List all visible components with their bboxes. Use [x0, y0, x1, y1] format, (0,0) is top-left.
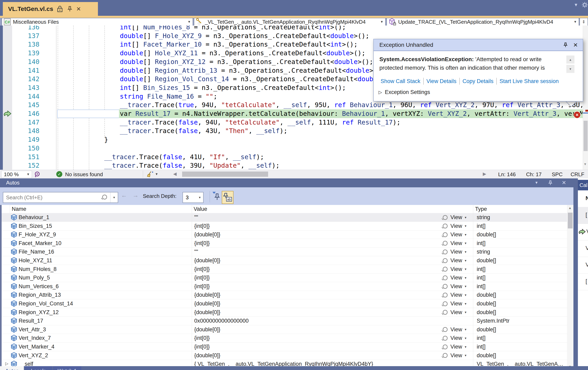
- tab-autos[interactable]: Autos: [0, 366, 24, 370]
- horizontal-scrollbar-thumb[interactable]: [182, 172, 268, 177]
- chevron-down-icon[interactable]: ▼: [464, 354, 467, 357]
- pin-icon[interactable]: [67, 6, 73, 12]
- back-icon[interactable]: ←: [121, 192, 127, 199]
- gear-icon[interactable]: [582, 2, 588, 8]
- autos-row[interactable]: Region_Attrib_13{double[0]}View▼double[]: [2, 291, 567, 299]
- chevron-down-icon[interactable]: ▼: [464, 337, 467, 340]
- view-button[interactable]: View▼: [443, 223, 467, 229]
- call-stack-row[interactable]: [: [578, 207, 588, 224]
- view-button[interactable]: View▼: [443, 266, 467, 272]
- chevron-down-icon[interactable]: ▼: [464, 242, 467, 245]
- scroll-down-icon[interactable]: ▼: [584, 163, 587, 166]
- chevron-down-icon[interactable]: ▼: [464, 233, 467, 236]
- call-stack-row[interactable]: V: [578, 257, 588, 274]
- autos-row[interactable]: Hole_XYZ_11{double[0]}View▼double[]: [2, 256, 567, 265]
- search-input[interactable]: Search (Ctrl+E) ▼: [3, 192, 118, 203]
- tab-locals[interactable]: Locals: [25, 366, 52, 370]
- scrollbar-thumb[interactable]: [584, 121, 588, 151]
- view-button[interactable]: View▼: [443, 344, 467, 350]
- close-icon[interactable]: ✕: [76, 6, 81, 12]
- exception-link[interactable]: View Details: [427, 78, 456, 85]
- view-button[interactable]: View▼: [443, 231, 467, 238]
- column-header-name[interactable]: Name: [12, 206, 26, 212]
- view-button[interactable]: View▼: [443, 292, 467, 298]
- exception-link[interactable]: Show Call Stack: [381, 78, 420, 85]
- chevron-down-icon[interactable]: ▼: [464, 294, 467, 297]
- view-button[interactable]: View▼: [443, 275, 467, 281]
- autos-row[interactable]: Num_FHoles_8{int[0]}View▼int[]: [2, 265, 567, 274]
- call-stack-row[interactable]: V: [578, 240, 588, 257]
- autos-vertical-scrollbar[interactable]: ▲ ▼: [567, 205, 573, 370]
- forward-icon[interactable]: →: [133, 192, 139, 199]
- chevron-down-icon[interactable]: ▼: [464, 285, 467, 288]
- autos-row[interactable]: Region_XYZ_12{double[0]}View▼double[]: [2, 308, 567, 317]
- column-header-value[interactable]: Value: [194, 206, 207, 212]
- autos-row[interactable]: Result_170x0000000000000000System.IntPtr: [2, 316, 567, 325]
- filter-pin-icon[interactable]: [212, 191, 220, 202]
- autos-grid[interactable]: Name Value Type Behaviour_1""View▼string…: [0, 205, 567, 370]
- chevron-down-icon[interactable]: ▼: [464, 259, 467, 262]
- call-stack-panel[interactable]: Cal N[VVV[: [578, 178, 588, 366]
- issues-status[interactable]: No issues found: [65, 171, 103, 178]
- chevron-down-icon[interactable]: ▼: [464, 216, 467, 219]
- type-dropdown[interactable]: ♡ _VL_TetGen_._auto.VL_TetGenApplication…: [194, 18, 386, 26]
- member-dropdown[interactable]: Update_TRACE_(VL_TetGenApplication_RyqIh…: [387, 18, 579, 26]
- chevron-down-icon[interactable]: ▼: [155, 172, 158, 176]
- autos-row[interactable]: F_Hole_XYZ_9{double[0]}View▼double[]: [2, 230, 567, 239]
- autos-row[interactable]: Vert_Index_7{int[0]}View▼int[]: [2, 334, 567, 342]
- view-button[interactable]: View▼: [443, 249, 467, 255]
- view-button[interactable]: View▼: [443, 240, 467, 247]
- view-button[interactable]: View▼: [443, 257, 467, 264]
- spaces-indicator[interactable]: SPC: [552, 171, 563, 178]
- chevron-down-icon[interactable]: ▼: [464, 276, 467, 280]
- autos-row[interactable]: Num_Poly_5{int[0]}View▼int[]: [2, 273, 567, 282]
- expander-icon[interactable]: ▷: [5, 361, 8, 366]
- chevron-down-icon[interactable]: ▼: [464, 268, 467, 271]
- chevron-down-icon[interactable]: ▼: [110, 192, 118, 203]
- chevron-down-icon[interactable]: ▼: [464, 345, 467, 348]
- autos-row[interactable]: Behaviour_1""View▼string: [2, 213, 567, 222]
- close-icon[interactable]: ✕: [562, 180, 566, 186]
- autos-row[interactable]: Vert_Attr_3{double[0]}View▼double[]: [2, 325, 567, 334]
- pin-icon[interactable]: [547, 180, 553, 186]
- autos-row[interactable]: Facet_Marker_10{int[0]}View▼int[]: [2, 239, 567, 248]
- pin-icon[interactable]: [563, 42, 568, 48]
- project-dropdown[interactable]: C# Miscellaneous Files ▼: [2, 18, 193, 26]
- autos-row[interactable]: File_Name_16""View▼string: [2, 248, 567, 256]
- autos-row[interactable]: Vert_XYZ_2{double[0]}View▼double[]: [2, 351, 567, 360]
- call-stack-row[interactable]: [: [578, 273, 588, 290]
- search-depth-dropdown[interactable]: 3 ▼: [182, 192, 204, 203]
- chevron-down-icon[interactable]: ▾: [575, 2, 577, 8]
- close-icon[interactable]: ✕: [573, 42, 578, 48]
- call-stack-row[interactable]: V: [578, 224, 588, 240]
- chevron-down-icon[interactable]: ▼: [464, 302, 467, 305]
- view-button[interactable]: View▼: [443, 301, 467, 307]
- scroll-up-icon[interactable]: ▲: [566, 55, 574, 64]
- autos-row[interactable]: Vert_Marker_4{int[0]}View▼int[]: [2, 342, 567, 351]
- chevron-down-icon[interactable]: ▼: [464, 224, 467, 228]
- exception-link[interactable]: Start Live Share session: [500, 78, 559, 85]
- zoom-dropdown[interactable]: 100 % ▼: [1, 171, 32, 178]
- highlight-values-icon[interactable]: ab: [222, 191, 233, 204]
- health-icon[interactable]: [34, 171, 41, 177]
- view-button[interactable]: View▼: [443, 352, 467, 359]
- exception-link[interactable]: Copy Details: [462, 78, 494, 85]
- view-button[interactable]: View▼: [443, 309, 467, 316]
- autos-row[interactable]: Num_Vertices_6{int[0]}View▼int[]: [2, 282, 567, 291]
- autos-titlebar[interactable]: Autos ▼ ✕: [0, 178, 573, 187]
- exception-settings-expander[interactable]: ▷ Exception Settings: [378, 89, 430, 95]
- view-button[interactable]: View▼: [443, 214, 467, 220]
- scrollbar-thumb[interactable]: [568, 213, 573, 229]
- chevron-down-icon[interactable]: ▼: [464, 250, 467, 254]
- scroll-down-icon[interactable]: ▼: [566, 65, 574, 73]
- view-button[interactable]: View▼: [443, 283, 467, 290]
- error-icon[interactable]: ✕: [573, 111, 581, 119]
- split-view-button[interactable]: ⇕: [579, 18, 588, 26]
- chevron-down-icon[interactable]: ▼: [464, 311, 467, 314]
- panel-splitter[interactable]: [573, 178, 578, 370]
- tab-watch-1[interactable]: Watch 1: [53, 366, 81, 370]
- chevron-down-icon[interactable]: ▼: [464, 328, 467, 331]
- view-button[interactable]: View▼: [443, 335, 467, 341]
- autos-row[interactable]: Bin_Sizes_15{int[0]}View▼int[]: [2, 222, 567, 230]
- scroll-up-icon[interactable]: ▲: [568, 206, 572, 210]
